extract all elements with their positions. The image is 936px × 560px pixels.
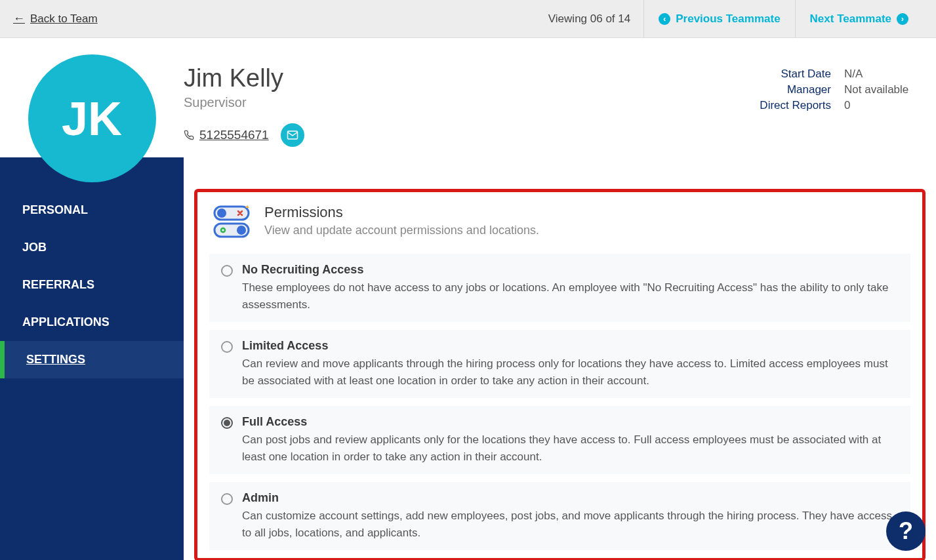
- permissions-subtitle: View and update account permissions and …: [264, 224, 539, 237]
- option-title: Admin: [242, 491, 899, 505]
- phone-number: 5125554671: [199, 128, 269, 142]
- profile-contact: 5125554671: [184, 123, 760, 147]
- permissions-heading-wrap: Permissions View and update account perm…: [264, 204, 539, 237]
- main-panel: Permissions View and update account perm…: [184, 182, 936, 560]
- next-teammate-button[interactable]: Next Teammate ›: [795, 0, 923, 37]
- permissions-icon: [213, 204, 251, 242]
- sidebar-item-settings[interactable]: SETTINGS: [0, 341, 184, 378]
- back-label: Back to Team: [30, 12, 98, 26]
- sidebar-item-applications[interactable]: APPLICATIONS: [0, 304, 184, 341]
- profile-name: Jim Kelly: [184, 64, 760, 92]
- radio-limited[interactable]: [221, 341, 233, 353]
- sidebar-item-referrals[interactable]: REFERRALS: [0, 266, 184, 304]
- phone-link[interactable]: 5125554671: [184, 128, 269, 142]
- option-title: Full Access: [242, 415, 899, 429]
- option-desc: Can customize account settings, add new …: [242, 508, 899, 541]
- help-button[interactable]: ?: [886, 511, 926, 551]
- manager-row: Manager Not available: [760, 83, 910, 96]
- content: PERSONAL JOB REFERRALS APPLICATIONS SETT…: [0, 182, 936, 560]
- reports-label: Direct Reports: [760, 99, 831, 112]
- prev-label: Previous Teammate: [676, 12, 780, 26]
- option-title: Limited Access: [242, 339, 899, 353]
- sidebar-item-personal[interactable]: PERSONAL: [0, 191, 184, 229]
- profile-header: JK Jim Kelly Supervisor 5125554671 Start…: [0, 38, 936, 182]
- start-date-row: Start Date N/A: [760, 68, 910, 81]
- avatar: JK: [28, 54, 156, 182]
- help-icon: ?: [899, 517, 913, 545]
- svg-point-5: [237, 226, 246, 235]
- permissions-highlight: Permissions View and update account perm…: [194, 189, 926, 560]
- manager-label: Manager: [787, 83, 831, 96]
- permission-option-admin[interactable]: Admin Can customize account settings, ad…: [209, 482, 910, 550]
- prev-teammate-button[interactable]: ‹ Previous Teammate: [643, 0, 794, 37]
- radio-admin[interactable]: [221, 493, 233, 505]
- permission-option-limited[interactable]: Limited Access Can review and move appli…: [209, 330, 910, 398]
- permission-option-no-access[interactable]: No Recruiting Access These employees do …: [209, 254, 910, 322]
- reports-row: Direct Reports 0: [760, 99, 910, 112]
- start-date-label: Start Date: [781, 68, 831, 81]
- permissions-header: Permissions View and update account perm…: [209, 199, 910, 254]
- svg-marker-3: [245, 205, 249, 208]
- back-to-team-link[interactable]: ← Back to Team: [13, 12, 98, 26]
- sidebar-item-job[interactable]: JOB: [0, 229, 184, 266]
- permissions-title: Permissions: [264, 204, 539, 221]
- reports-value: 0: [844, 99, 910, 112]
- option-body: No Recruiting Access These employees do …: [242, 263, 899, 313]
- option-title: No Recruiting Access: [242, 263, 899, 277]
- option-body: Admin Can customize account settings, ad…: [242, 491, 899, 541]
- avatar-wrap: JK: [0, 54, 184, 182]
- radio-full[interactable]: [221, 417, 233, 429]
- option-desc: These employees do not have access to an…: [242, 279, 899, 313]
- option-body: Limited Access Can review and move appli…: [242, 339, 899, 389]
- option-desc: Can review and move applicants through t…: [242, 355, 899, 389]
- top-right-nav: Viewing 06 of 14 ‹ Previous Teammate Nex…: [548, 0, 923, 37]
- viewing-count: Viewing 06 of 14: [548, 12, 643, 26]
- radio-no-access[interactable]: [221, 265, 233, 277]
- profile-role: Supervisor: [184, 95, 760, 110]
- avatar-initials: JK: [62, 92, 122, 146]
- profile-main: Jim Kelly Supervisor 5125554671: [184, 54, 760, 182]
- phone-icon: [184, 130, 194, 140]
- option-body: Full Access Can post jobs and review app…: [242, 415, 899, 465]
- chevron-right-icon: ›: [897, 13, 908, 25]
- top-bar: ← Back to Team Viewing 06 of 14 ‹ Previo…: [0, 0, 936, 38]
- chevron-left-icon: ‹: [659, 13, 670, 25]
- arrow-left-icon: ←: [13, 12, 25, 26]
- manager-value: Not available: [844, 83, 910, 96]
- start-date-value: N/A: [844, 68, 910, 81]
- sidebar: PERSONAL JOB REFERRALS APPLICATIONS SETT…: [0, 157, 184, 560]
- permission-option-full[interactable]: Full Access Can post jobs and review app…: [209, 406, 910, 474]
- next-label: Next Teammate: [810, 12, 891, 26]
- mail-icon: [287, 129, 298, 141]
- option-desc: Can post jobs and review applicants only…: [242, 431, 899, 465]
- svg-point-2: [217, 209, 226, 218]
- email-button[interactable]: [281, 123, 304, 147]
- profile-side-info: Start Date N/A Manager Not available Dir…: [760, 54, 910, 182]
